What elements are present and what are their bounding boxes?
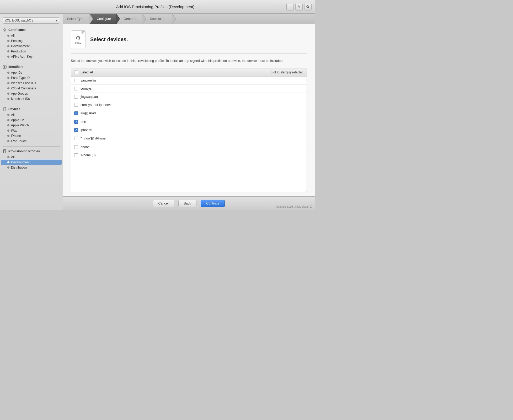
sidebar-section-identifiers: ID Identifiers: [0, 63, 63, 70]
sidebar-item-cert-development[interactable]: Development: [0, 44, 63, 49]
sidebar-item-websitepushids[interactable]: Website Push IDs: [0, 80, 63, 86]
sidebar-item-appids[interactable]: App IDs: [0, 70, 63, 75]
cancel-button[interactable]: Cancel: [153, 200, 174, 207]
continue-button[interactable]: Continue: [201, 200, 225, 207]
back-button[interactable]: Back: [178, 200, 197, 207]
bullet-icon: [7, 93, 9, 95]
step-generate: Generate: [116, 14, 142, 24]
prov-icon-label: PROV: [75, 42, 81, 44]
main-content-area: ⚙ PROV Select devices. Select the device…: [63, 24, 315, 196]
sidebar-item-ipodtouch[interactable]: iPod Touch: [0, 138, 63, 144]
header-icons: + ✎: [286, 3, 312, 10]
sidebar-item-ipad[interactable]: iPad: [0, 128, 63, 133]
device-checkbox[interactable]: [74, 120, 78, 124]
device-name: iphone6: [81, 128, 92, 132]
page-title: Select devices.: [90, 36, 128, 42]
device-checkbox[interactable]: [74, 128, 78, 132]
devices-icon: [3, 107, 7, 111]
device-item-jingwanjuan[interactable]: jingwanjuan: [71, 93, 307, 101]
gear-icon: ⚙: [76, 35, 81, 41]
device-checkbox[interactable]: [74, 79, 78, 82]
bullet-icon: [7, 98, 9, 100]
sidebar-item-applewatch[interactable]: Apple Watch: [0, 123, 63, 128]
device-item-luo-ipad[interactable]: luo的 iPad: [71, 109, 307, 118]
device-name: nnliu: [81, 120, 87, 124]
devices-section-label: Devices: [8, 107, 20, 111]
bullet-icon: [7, 56, 9, 58]
certificates-section-label: Certificates: [8, 28, 25, 32]
device-list: yangweilin comsys jingwanjuan comsys-tes…: [71, 77, 307, 159]
bullet-icon: [7, 135, 9, 137]
sidebar-item-appletv[interactable]: Apple TV: [0, 117, 63, 123]
sidebar-item-cert-all[interactable]: All: [0, 33, 63, 38]
prov-file-icon: ⚙ PROV: [71, 30, 86, 48]
identifiers-icon: ID: [3, 65, 7, 69]
bullet-icon: [7, 35, 9, 37]
certificates-list: All Pending Development Production APNs …: [0, 33, 63, 61]
footer: Cancel Back Continue http://blog.csdn.ne…: [63, 196, 315, 210]
selection-count: 3 of 28 item(s) selected: [271, 71, 303, 74]
device-checkbox[interactable]: [74, 153, 78, 157]
device-item-iphone6[interactable]: iphone6: [71, 126, 307, 134]
device-item-phone[interactable]: phone: [71, 143, 307, 151]
prov-icon-fold: [82, 31, 85, 34]
bullet-icon: [7, 119, 9, 121]
device-checkbox[interactable]: [74, 87, 78, 90]
platform-dropdown-wrapper[interactable]: iOS, tvOS, watchOS macOS ▼: [3, 17, 60, 24]
platform-select[interactable]: iOS, tvOS, watchOS macOS: [3, 17, 60, 24]
sidebar-item-merchantids[interactable]: Merchant IDs: [0, 96, 63, 101]
bullet-icon: [7, 130, 9, 132]
sidebar-divider-2: [3, 104, 60, 104]
device-checkbox[interactable]: [74, 145, 78, 149]
device-list-container: Select All 3 of 28 item(s) selected yang…: [71, 68, 307, 192]
sidebar-item-prov-all[interactable]: All: [0, 154, 63, 160]
device-item-mrluo-iphone[interactable]: "mrluo"的 iPhone: [71, 134, 307, 143]
bullet-icon: [7, 40, 9, 42]
sidebar-item-passtypeids[interactable]: Pass Type IDs: [0, 75, 63, 80]
sidebar-item-dev-all[interactable]: All: [0, 112, 63, 117]
sidebar-item-prov-distribution[interactable]: Distribution: [0, 165, 63, 170]
page-description: Select the devices you wish to include i…: [71, 58, 307, 63]
device-checkbox[interactable]: [74, 137, 78, 140]
bullet-icon: [7, 166, 9, 169]
sidebar: iOS, tvOS, watchOS macOS ▼ Certificates …: [0, 14, 63, 210]
device-name: luo的 iPad: [81, 111, 96, 116]
bullet-icon: [7, 124, 9, 126]
device-name: "mrluo"的 iPhone: [81, 136, 106, 141]
select-all-checkbox[interactable]: [74, 71, 78, 74]
search-button[interactable]: [304, 3, 312, 10]
add-button[interactable]: +: [286, 3, 294, 10]
sidebar-item-icloudcontainers[interactable]: iCloud Containers: [0, 86, 63, 91]
steps-bar: Select Type Configure Generate Download: [63, 14, 315, 24]
step-download: Download: [142, 14, 172, 24]
sidebar-item-cert-apns[interactable]: APNs Auth Key: [0, 54, 63, 59]
content-area: Select Type Configure Generate Download …: [63, 14, 315, 210]
device-item-comsys[interactable]: comsys: [71, 85, 307, 93]
device-item-yangweilin[interactable]: yangweilin: [71, 77, 307, 85]
device-item-comsys-test[interactable]: comsys-test-iphone4s: [71, 101, 307, 109]
header-title: Add iOS Provisioning Profiles (Developme…: [24, 4, 286, 9]
bullet-icon: [7, 50, 9, 52]
edit-button[interactable]: ✎: [295, 3, 303, 10]
device-checkbox[interactable]: [74, 95, 78, 99]
sidebar-item-prov-development[interactable]: Development: [1, 160, 62, 165]
device-item-nnliu[interactable]: nnliu: [71, 118, 307, 126]
step-configure: Configure: [89, 14, 116, 24]
sidebar-item-appgroups[interactable]: App Groups: [0, 91, 63, 96]
device-list-header: Select All 3 of 28 item(s) selected: [71, 68, 307, 77]
sidebar-section-devices: Devices: [0, 105, 63, 112]
bullet-icon: [7, 114, 9, 116]
identifiers-section-label: Identifiers: [8, 65, 23, 69]
device-checkbox[interactable]: [74, 111, 78, 115]
device-item-iphone3[interactable]: iPhone (3): [71, 151, 307, 159]
sidebar-item-cert-pending[interactable]: Pending: [0, 38, 63, 44]
bullet-icon: [7, 87, 9, 89]
sidebar-item-cert-production[interactable]: Production: [0, 49, 63, 54]
svg-point-6: [4, 110, 5, 111]
device-name: iPhone (3): [81, 153, 96, 157]
sidebar-section-certificates: Certificates: [0, 26, 63, 33]
bullet-icon: [7, 82, 9, 84]
device-name: comsys-test-iphone4s: [81, 103, 113, 107]
sidebar-item-iphone[interactable]: iPhone: [0, 133, 63, 138]
device-checkbox[interactable]: [74, 103, 78, 107]
